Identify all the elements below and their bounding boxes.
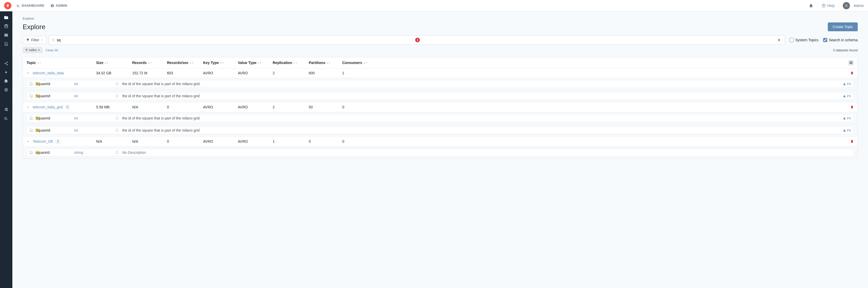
col-recsec[interactable]: Records/sec▲▼ [167, 61, 203, 65]
nav-admin-label: ADMIN [56, 4, 67, 7]
system-topics-label: System Topics [795, 38, 818, 42]
nav-admin[interactable]: ADMIN [51, 4, 67, 7]
field-type: int [74, 116, 116, 120]
file-icon [4, 41, 8, 46]
keytype-cell: AVRO [203, 105, 238, 109]
svg-point-30 [117, 152, 117, 152]
sidebar-item-chart[interactable] [0, 115, 12, 122]
partitions-cell: 600 [309, 71, 342, 75]
topic-link[interactable]: telecom_italia_data [33, 71, 64, 75]
field-description: the id of the square that is part of the… [122, 128, 843, 133]
sidebar-item-card[interactable] [0, 31, 12, 39]
col-size[interactable]: Size▲▼ [96, 61, 132, 65]
system-topics-checkbox[interactable] [789, 38, 794, 42]
sidebar-item-explore[interactable] [0, 14, 12, 21]
col-keytype[interactable]: Key Type▲▼ [203, 61, 238, 65]
file-icon [29, 116, 33, 120]
clear-search-button[interactable]: ✕ [776, 38, 782, 42]
svg-rect-29 [117, 152, 117, 153]
col-valtype[interactable]: Value Type▲▼ [238, 61, 273, 65]
keytype-cell: AVRO [203, 71, 238, 75]
separator: | [817, 4, 818, 8]
expand-toggle[interactable] [27, 71, 30, 75]
col-topic[interactable]: Topic▲▼ [27, 61, 96, 65]
field-name: squareId [36, 150, 74, 154]
expand-toggle[interactable] [27, 140, 30, 143]
topbar: DASHBOARD ADMIN | Help | A Admin [0, 0, 868, 11]
records-cell: N/A [132, 105, 167, 109]
search-in-schema-option[interactable]: Search in schema [823, 38, 858, 42]
svg-rect-6 [6, 35, 8, 35]
svg-rect-20 [117, 96, 117, 97]
recsec-cell: 0 [167, 139, 203, 143]
topic-link[interactable]: telecom_italia_grid [33, 105, 63, 109]
sidebar-item-plugin[interactable] [0, 78, 12, 85]
search-icon [52, 38, 55, 42]
sidebar-item-bolt[interactable] [0, 69, 12, 76]
table-settings-button[interactable] [848, 60, 854, 65]
topic-link[interactable]: Telecom_DE [33, 139, 53, 143]
search-box[interactable]: 1 ✕ [49, 35, 785, 45]
file-icon [29, 94, 33, 98]
sidebar-item-target[interactable] [0, 86, 12, 93]
help-link[interactable]: Help [822, 4, 835, 8]
svg-point-4 [5, 35, 6, 35]
topic-row: Telecom_DECN/AN/A0AVROAVRO150 [23, 136, 858, 146]
records-cell: N/A [132, 139, 167, 143]
field-type: string [74, 150, 116, 154]
info-icon[interactable] [116, 117, 119, 120]
user-name: Admin [854, 4, 864, 8]
svg-point-2 [5, 25, 8, 26]
expand-toggle[interactable] [27, 106, 30, 109]
sidebar-item-share[interactable] [0, 60, 12, 67]
col-consumers[interactable]: Consumers▲▼ [342, 61, 376, 65]
field-type: int [74, 128, 116, 133]
nav-dashboard[interactable]: DASHBOARD [17, 4, 44, 7]
info-icon[interactable] [116, 94, 119, 97]
user-avatar[interactable]: A [843, 2, 850, 9]
replication-cell: 2 [273, 71, 309, 75]
file-icon [29, 151, 33, 154]
size-cell: 5.58 MB [96, 105, 132, 109]
gear-icon [51, 4, 54, 7]
target-icon [4, 88, 8, 92]
sidebar-item-settings[interactable] [0, 106, 12, 113]
topic-row: telecom_italia_data34.02 GB152.72 M603AV… [23, 68, 858, 78]
file-icon [29, 128, 33, 132]
create-topic-button[interactable]: Create Topic [828, 23, 858, 31]
filter-chip-kafka[interactable]: kafka ✕ [23, 47, 42, 53]
bell-icon[interactable] [809, 3, 813, 8]
partitions-cell: 5 [309, 139, 342, 143]
info-icon[interactable] [116, 82, 119, 85]
delete-button[interactable] [850, 71, 854, 75]
puzzle-icon [4, 79, 8, 83]
system-topics-option[interactable]: System Topics [789, 38, 818, 42]
col-partitions[interactable]: Partitions▲▼ [309, 61, 342, 65]
topic-row: telecom_italia_gridC5.58 MBN/A0AVROAVRO2… [23, 102, 858, 112]
filter-button[interactable]: Filter [23, 36, 46, 44]
svg-rect-23 [117, 118, 117, 119]
delete-button[interactable] [850, 105, 854, 109]
gear-icon [849, 61, 853, 64]
chip-remove[interactable]: ✕ [38, 48, 40, 52]
pii-badge: PII [843, 116, 851, 120]
search-in-schema-checkbox[interactable] [823, 38, 827, 42]
svg-rect-17 [117, 84, 117, 85]
col-records[interactable]: Records▲▼ [132, 61, 167, 65]
field-name: SquareId [36, 94, 74, 98]
col-replication[interactable]: Replication▲▼ [273, 61, 309, 65]
delete-button[interactable] [850, 140, 854, 143]
consumers-cell: 0 [342, 139, 376, 143]
size-cell: N/A [96, 139, 132, 143]
file-icon [29, 82, 33, 86]
info-icon[interactable] [116, 129, 119, 132]
search-input[interactable] [55, 38, 414, 42]
svg-point-14 [7, 110, 8, 111]
topic-cell: telecom_italia_data [27, 71, 96, 75]
field-row: SquareIdintthe id of the square that is … [23, 112, 858, 124]
sidebar-item-data[interactable] [0, 23, 12, 30]
clear-all-link[interactable]: Clear All [45, 48, 58, 52]
sliders-icon [4, 107, 8, 112]
info-icon[interactable] [116, 151, 119, 154]
sidebar-item-file[interactable] [0, 40, 12, 48]
